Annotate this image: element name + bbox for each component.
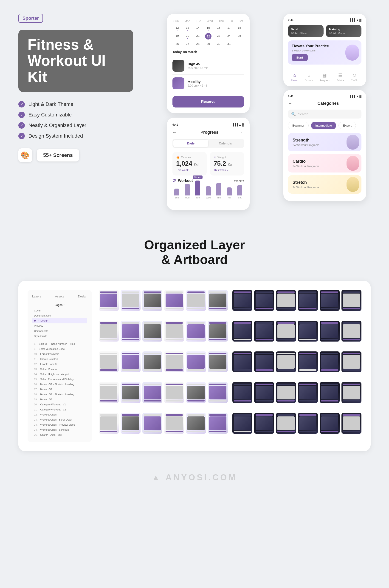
filter-beginner[interactable]: Beginner	[288, 122, 309, 129]
nav-advice[interactable]: ☰ Advice	[336, 73, 344, 82]
tab-daily[interactable]: Daily	[173, 140, 208, 147]
workout-thumb-1	[172, 60, 184, 72]
screen-dark-17	[320, 351, 340, 372]
light-theme-grid	[99, 290, 228, 442]
layer-cover[interactable]: Cover	[32, 308, 87, 313]
calories-week[interactable]: This week ›	[176, 169, 203, 172]
screen-dark-13	[232, 351, 252, 372]
categories-statusbar: 9:41 ▐▐▐ ▲ ▓	[288, 95, 361, 98]
category-strength[interactable]: Strength 24 Workout Programs	[288, 133, 361, 151]
workout-item-1[interactable]: High 45 5:00 pm • 45 min	[172, 57, 244, 75]
week-select[interactable]: Week ▾	[234, 179, 244, 183]
screen-light-22	[164, 382, 184, 403]
layer-item-16[interactable]: 16. Home - V1 - Skeleton Loading	[32, 382, 87, 387]
screen-dark-30	[341, 413, 361, 434]
reserve-button[interactable]: Reserve	[172, 96, 244, 107]
phone-calendar-card: SunMon TueWed ThuFri Sat 12 13 14 15 16 …	[167, 14, 250, 113]
elevate-banner: Elevate Your Practice 6 week • 24 workou…	[288, 40, 361, 65]
more-dots[interactable]: ⋮	[239, 130, 244, 135]
screen-light-9	[142, 321, 162, 342]
categories-nav: ← Categories	[288, 101, 361, 106]
profile-icon: ☺	[352, 73, 357, 78]
layer-item-14[interactable]: 14. Select Height and Weight	[32, 372, 87, 377]
layer-item-20[interactable]: 20. Category Workout - V1	[32, 402, 87, 407]
layer-item-22[interactable]: 22. Workout Class	[32, 412, 87, 417]
search-icon: 🔍	[291, 112, 296, 116]
assets-tab[interactable]: Assets	[55, 295, 64, 298]
layer-components[interactable]: Components	[32, 328, 87, 333]
nav-profile[interactable]: ☺ Profile	[351, 73, 358, 82]
layer-preview[interactable]: Preview	[32, 324, 87, 328]
screen-dark-9	[276, 321, 296, 342]
layer-documentation[interactable]: Documentation	[32, 313, 87, 318]
calories-value: 1,024 Kcl	[176, 160, 203, 167]
design-tab[interactable]: Design	[78, 295, 87, 298]
category-stretch[interactable]: Stretch 24 Workout Programs	[288, 175, 361, 194]
hero-title: Fitness & Workout UI Kit	[18, 30, 133, 92]
statusbar-progress: 9:41 ▐▐▐ ▲ ▓	[172, 123, 244, 126]
layer-item-17[interactable]: 17. Home - V1	[32, 387, 87, 392]
screen-light-25	[99, 413, 119, 434]
feature-label-2: Easy Customizable	[29, 112, 72, 118]
feature-item-1: ✓ Light & Dark Theme	[18, 101, 133, 107]
layer-item-23[interactable]: 23. Workout Class - Scroll Down	[32, 417, 87, 422]
weight-label: ⚖ Weight	[214, 156, 240, 159]
screen-light-11	[186, 321, 206, 342]
layer-style-guide[interactable]: Style Guide	[32, 333, 87, 339]
layer-item-12[interactable]: 12. Enable Face 3D	[32, 361, 87, 367]
layer-item-19[interactable]: 19. Home - V2	[32, 397, 87, 402]
nav-search[interactable]: ⌕ Search	[305, 73, 313, 82]
filter-intermediate[interactable]: Intermediate	[311, 122, 336, 129]
layer-design[interactable]: ✓ Design	[32, 318, 87, 324]
layers-panel: Layers Assets Design Pages + Cover Docum…	[28, 290, 92, 442]
layer-item-21[interactable]: 21. Category Workout - V2	[32, 407, 87, 412]
screen-dark-28	[298, 413, 318, 434]
weight-week[interactable]: This week ›	[214, 169, 240, 172]
screen-dark-27	[276, 413, 296, 434]
layer-item-18[interactable]: 18. Home - V1 - Skeleton Loading	[32, 392, 87, 397]
layer-item-11[interactable]: 11. Create New Pin	[32, 357, 87, 361]
layer-item-24b[interactable]: 24. Workout Class - Schedule	[32, 427, 87, 432]
search-placeholder: Search	[298, 112, 308, 116]
stat-weight: ⚖ Weight 75.2 Kg This week ›	[210, 152, 244, 175]
nav-progress[interactable]: ▦ Progress	[320, 73, 330, 82]
layer-item-26[interactable]: 26. Search - Auto Type	[32, 432, 87, 437]
feature-item-4: ✓ Design System Included	[18, 133, 133, 139]
features-list: ✓ Light & Dark Theme ✓ Easy Customizable…	[18, 101, 133, 139]
home-card-band[interactable]: Band 125 kcl • 30 min	[288, 25, 324, 37]
screen-dark-18	[341, 351, 361, 372]
screen-dark-25	[232, 413, 252, 434]
bar-mon: Mon	[183, 184, 192, 199]
filter-expert[interactable]: Expert	[338, 122, 356, 129]
workout-item-2[interactable]: Mobility 6:00 pm • 45 min	[172, 75, 244, 92]
center-phones: SunMon TueWed ThuFri Sat 12 13 14 15 16 …	[142, 14, 274, 210]
screen-light-26	[121, 413, 140, 434]
calories-label: 🔥 Calories	[176, 156, 203, 159]
screen-light-6	[208, 290, 228, 311]
screen-dark-21	[276, 382, 296, 403]
layer-item-15[interactable]: 15. Select Pronouns and Birthday	[32, 377, 87, 382]
bar-sat: Sat	[235, 185, 244, 199]
screen-light-8	[121, 321, 140, 342]
tab-calendar[interactable]: Calendar	[208, 140, 243, 147]
workout-name-2: Mobility	[188, 80, 208, 84]
layer-item-9[interactable]: 9. Enter Verification Code	[32, 346, 87, 351]
screen-dark-14	[254, 351, 274, 372]
start-button[interactable]: Start	[292, 54, 308, 61]
cat-back-arrow[interactable]: ←	[288, 101, 292, 106]
bar-sun: Sun	[172, 189, 181, 199]
search-bar[interactable]: 🔍 Search	[288, 110, 361, 119]
category-cardio[interactable]: Cardio 24 Workout Programs	[288, 154, 361, 172]
layer-item-24a[interactable]: 24. Workout Class - Preview Video	[32, 422, 87, 427]
layer-item-13[interactable]: 13. Select Reason	[32, 367, 87, 372]
elevate-figure	[345, 45, 359, 61]
check-icon-4: ✓	[18, 133, 25, 139]
elevate-title: Elevate Your Practice	[292, 44, 329, 48]
home-card-training[interactable]: Training 125 kcl • 25 min	[326, 25, 361, 37]
layer-item-8[interactable]: 8. Sign up - Phone Number - Filled	[32, 341, 87, 346]
layers-tab[interactable]: Layers	[32, 295, 41, 298]
workout-section: ⏱ Workout Week ▾ Sun Mon	[172, 179, 244, 204]
back-arrow[interactable]: ←	[172, 130, 177, 135]
nav-home[interactable]: ⌂ Home	[292, 73, 298, 82]
layer-item-10[interactable]: 10. Forgot Password	[32, 351, 87, 357]
